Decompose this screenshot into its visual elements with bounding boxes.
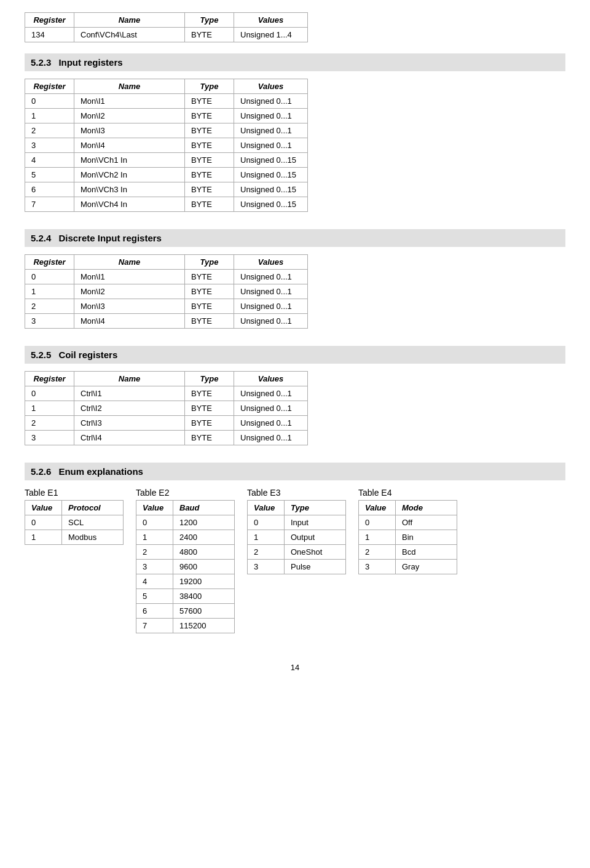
cell-register: 4 bbox=[25, 153, 74, 168]
section-524-table: Register Name Type Values 0 Mon\I1 BYTE … bbox=[25, 254, 308, 329]
enum-value: 7 bbox=[136, 619, 173, 633]
cell-values: Unsigned 0...1 bbox=[234, 138, 308, 153]
enum-table-tableE4: Value Mode 0 Off1 Bin2 Bcd3 Gray bbox=[358, 500, 457, 574]
cell-register: 5 bbox=[25, 168, 74, 182]
enum-value: 0 bbox=[359, 515, 396, 530]
enum-value: 4 bbox=[136, 574, 173, 589]
enum-title-tableE2: Table E2 bbox=[136, 488, 235, 498]
cell-values: Unsigned 0...1 bbox=[234, 401, 308, 416]
enum-desc: Bcd bbox=[396, 545, 457, 560]
table-row: 2 Mon\I3 BYTE Unsigned 0...1 bbox=[25, 299, 308, 314]
list-item: 5 38400 bbox=[136, 589, 235, 604]
top-col-name: Name bbox=[74, 13, 185, 28]
cell-values: Unsigned 0...15 bbox=[234, 168, 308, 182]
cell-type: BYTE bbox=[185, 270, 234, 284]
enum-value: 1 bbox=[359, 530, 396, 545]
section-525-table: Register Name Type Values 0 Ctrl\I1 BYTE… bbox=[25, 371, 308, 445]
section-523-number: 5.2.3 bbox=[31, 57, 51, 68]
cell-values: Unsigned 0...1 bbox=[234, 284, 308, 299]
list-item: 2 4800 bbox=[136, 545, 235, 560]
enum-desc: 4800 bbox=[173, 545, 235, 560]
enum-desc: OneShot bbox=[285, 545, 346, 560]
section-526: 5.2.6 Enum explanations Table E1 Value P… bbox=[25, 463, 565, 638]
cell-values: Unsigned 0...1 bbox=[234, 299, 308, 314]
enum-value: 0 bbox=[25, 515, 62, 530]
cell-register: 2 bbox=[25, 123, 74, 138]
cell-name: Mon\I1 bbox=[74, 94, 185, 109]
enum-desc: Pulse bbox=[285, 560, 346, 574]
cell-type: BYTE bbox=[185, 416, 234, 431]
enum-value: 2 bbox=[248, 545, 285, 560]
cell-name: Conf\VCh4\Last bbox=[74, 28, 185, 42]
cell-type: BYTE bbox=[185, 284, 234, 299]
cell-register: 3 bbox=[25, 431, 74, 445]
cell-name: Mon\I3 bbox=[74, 299, 185, 314]
cell-values: Unsigned 0...15 bbox=[234, 153, 308, 168]
enum-desc: SCL bbox=[62, 515, 124, 530]
enum-col2: Mode bbox=[396, 501, 457, 515]
list-item: 3 9600 bbox=[136, 560, 235, 574]
enum-value: 3 bbox=[359, 560, 396, 574]
enum-tables-row: Table E1 Value Protocol 0 SCL1 ModbusTab… bbox=[25, 488, 565, 638]
cell-register: 1 bbox=[25, 401, 74, 416]
enum-desc: 2400 bbox=[173, 530, 235, 545]
list-item: 1 Bin bbox=[359, 530, 457, 545]
table-row: 3 Mon\I4 BYTE Unsigned 0...1 bbox=[25, 314, 308, 329]
enum-desc: Off bbox=[396, 515, 457, 530]
col-register-524: Register bbox=[25, 255, 74, 270]
cell-name: Mon\I1 bbox=[74, 270, 185, 284]
enum-desc: 19200 bbox=[173, 574, 235, 589]
enum-desc: 1200 bbox=[173, 515, 235, 530]
section-523-title: Input registers bbox=[58, 57, 122, 68]
table-row: 0 Mon\I1 BYTE Unsigned 0...1 bbox=[25, 94, 308, 109]
table-row: 0 Mon\I1 BYTE Unsigned 0...1 bbox=[25, 270, 308, 284]
enum-desc: 9600 bbox=[173, 560, 235, 574]
col-name-524: Name bbox=[74, 255, 185, 270]
enum-col2: Type bbox=[285, 501, 346, 515]
section-524: 5.2.4 Discrete Input registers Register … bbox=[25, 229, 565, 329]
list-item: 4 19200 bbox=[136, 574, 235, 589]
section-526-header: 5.2.6 Enum explanations bbox=[25, 463, 565, 480]
section-523-table: Register Name Type Values 0 Mon\I1 BYTE … bbox=[25, 79, 308, 212]
cell-register: 134 bbox=[25, 28, 74, 42]
cell-values: Unsigned 0...15 bbox=[234, 182, 308, 197]
enum-value: 1 bbox=[136, 530, 173, 545]
section-523: 5.2.3 Input registers Register Name Type… bbox=[25, 53, 565, 212]
enum-value: 2 bbox=[359, 545, 396, 560]
list-item: 7 115200 bbox=[136, 619, 235, 633]
section-524-header: 5.2.4 Discrete Input registers bbox=[25, 229, 565, 247]
cell-values: Unsigned 0...1 bbox=[234, 94, 308, 109]
enum-col1: Value bbox=[25, 501, 62, 515]
cell-type: BYTE bbox=[185, 401, 234, 416]
enum-value: 6 bbox=[136, 604, 173, 619]
col-values-524: Values bbox=[234, 255, 308, 270]
enum-title-tableE1: Table E1 bbox=[25, 488, 124, 498]
list-item: 1 2400 bbox=[136, 530, 235, 545]
enum-desc: 38400 bbox=[173, 589, 235, 604]
enum-block-tableE4: Table E4 Value Mode 0 Off1 Bin2 Bcd3 Gra… bbox=[358, 488, 457, 579]
col-register-523: Register bbox=[25, 79, 74, 94]
cell-register: 3 bbox=[25, 314, 74, 329]
list-item: 0 SCL bbox=[25, 515, 124, 530]
enum-table-tableE2: Value Baud 0 12001 24002 48003 96004 192… bbox=[136, 500, 235, 633]
top-col-type: Type bbox=[185, 13, 234, 28]
cell-type: BYTE bbox=[185, 123, 234, 138]
cell-type: BYTE bbox=[185, 182, 234, 197]
cell-register: 1 bbox=[25, 109, 74, 123]
cell-type: BYTE bbox=[185, 314, 234, 329]
enum-value: 1 bbox=[248, 530, 285, 545]
col-name-523: Name bbox=[74, 79, 185, 94]
cell-name: Ctrl\I3 bbox=[74, 416, 185, 431]
section-525: 5.2.5 Coil registers Register Name Type … bbox=[25, 346, 565, 445]
cell-values: Unsigned 0...1 bbox=[234, 416, 308, 431]
cell-type: BYTE bbox=[185, 168, 234, 182]
col-type-524: Type bbox=[185, 255, 234, 270]
section-526-number: 5.2.6 bbox=[31, 466, 51, 477]
cell-values: Unsigned 1...4 bbox=[234, 28, 308, 42]
enum-title-tableE3: Table E3 bbox=[247, 488, 346, 498]
cell-register: 0 bbox=[25, 94, 74, 109]
cell-values: Unsigned 0...1 bbox=[234, 109, 308, 123]
cell-values: Unsigned 0...1 bbox=[234, 386, 308, 401]
cell-name: Ctrl\I1 bbox=[74, 386, 185, 401]
list-item: 3 Gray bbox=[359, 560, 457, 574]
